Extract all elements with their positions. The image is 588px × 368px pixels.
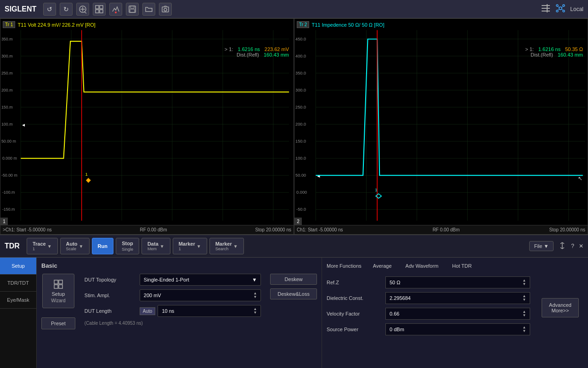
save-button[interactable] [126,3,139,16]
auto-scale-label: Auto [66,241,78,247]
stim-ampl-value[interactable]: 200 mV ▲ ▼ [140,289,261,301]
svg-line-3 [85,12,86,13]
stop-single-button[interactable]: Stop Single [116,238,139,254]
stop-single-sub: Single [122,247,133,252]
sort-icon[interactable] [558,242,566,251]
svg-rect-101 [59,285,62,288]
tab-tdr-tdt[interactable]: TDR/TDT [0,275,36,292]
dielectric-row: Dielectric Const. 2.295684 ▲ ▼ [327,292,530,304]
stim-ampl-text: 200 mV [144,293,161,298]
deskew-loss-button[interactable]: Deskew&Loss [270,288,317,299]
average-tab[interactable]: Average [371,262,394,270]
undo-button[interactable]: ↺ [43,3,56,16]
svg-text:1: 1 [85,172,88,177]
adv-waveform-tab[interactable]: Adv Waveform [403,262,441,270]
chart1-marker-value: 223.62 mV [265,46,289,52]
marker-search-label: Marker [215,241,232,247]
svg-text:0.000: 0.000 [296,190,307,195]
source-power-text: 0 dBm [390,327,404,332]
dielectric-label: Dielectric Const. [327,295,382,301]
tdr-title: TDR [5,242,20,250]
dielectric-value[interactable]: 2.295684 ▲ ▼ [385,292,530,304]
setup-wizard-button[interactable]: Setup Wizard [42,274,74,308]
dut-topology-value[interactable]: Single-Ended 1-Port ▼ [140,274,261,286]
marker-search-button[interactable]: Marker Search ▼ [209,238,244,254]
chart2-footer-right: Stop 20.00000 ns [549,227,585,232]
svg-text:-150.m: -150.m [2,207,15,212]
screenshot-button[interactable] [159,3,172,16]
svg-text:200.0: 200.0 [295,122,306,126]
help-button[interactable]: ? [571,243,574,249]
settings-panel: Setup TDR/TDT Eye/Mask Basic Setup Wizar… [0,258,588,368]
add-trace-button[interactable] [76,3,89,16]
grid-layout-icon[interactable] [541,3,551,15]
chart2-dist-value: 160.43 mm [558,52,583,58]
tdr-right-icons: File ▼ ? ✕ [529,241,583,251]
velocity-label: Velocity Factor [327,311,382,316]
svg-text:50.00 m: 50.00 m [1,139,16,144]
advanced-more-button[interactable]: Advanced More>> [542,298,579,317]
svg-text:200.m: 200.m [1,88,13,92]
dielectric-arrows[interactable]: ▲ ▼ [522,294,526,302]
svg-text:1: 1 [375,188,378,193]
deskew-button[interactable]: Deskew [270,274,317,285]
marker1-button[interactable]: Marker 1 ▼ [173,238,207,254]
marker1-sub: 1 [179,247,195,251]
chart1-marker-label: > 1: [225,46,233,52]
stim-ampl-arrows[interactable]: ▲ ▼ [253,292,257,299]
auto-scale-dropdown-arrow: ▼ [79,244,84,249]
svg-text:100.0: 100.0 [295,156,306,161]
velocity-arrows[interactable]: ▲ ▼ [522,310,526,317]
right-field-col: Ref.Z 50 Ω ▲ ▼ Dielectric Const. 2.29568… [327,276,530,339]
svg-rect-6 [96,10,99,13]
trace-dropdown-arrow: ▼ [47,244,52,249]
ref-z-value[interactable]: 50 Ω ▲ ▼ [385,276,530,288]
svg-rect-7 [100,10,103,13]
svg-text:◄: ◄ [316,173,321,178]
data-mem-button[interactable]: Data Mem ▼ [141,238,170,254]
chart1-marker-info: > 1: 1.6216 ns 223.62 mV Dist.(Refl) 160… [225,46,289,58]
ref-z-arrows[interactable]: ▲ ▼ [522,279,526,286]
layout-button[interactable] [93,3,106,16]
tab-setup[interactable]: Setup [0,258,36,275]
svg-marker-58 [86,178,90,183]
auto-scale-button[interactable]: Auto Scale ▼ [60,238,90,254]
wizard-label: Setup [52,291,65,297]
chart2-footer: Ch1: Start -5.00000 ns RF 0.00 dBm Stop … [294,225,588,234]
svg-text:300.m: 300.m [1,54,13,58]
toolbar-icons: ↺ ↻ [43,3,541,16]
run-button[interactable]: Run [92,238,113,254]
dut-length-value[interactable]: 10 ns ▲ ▼ [158,305,261,317]
chart2[interactable]: Tr 2 T11 Impedence 50 Ω/ 50 Ω [RO] > 1: … [294,18,588,235]
dut-length-arrows[interactable]: ▲ ▼ [253,307,257,315]
svg-text:-100.m: -100.m [2,190,15,195]
svg-rect-99 [59,280,62,284]
hot-tdr-tab[interactable]: Hot TDR [450,262,474,270]
svg-point-8 [115,12,117,13]
chart2-marker-value: 50.35 Ω [565,46,583,52]
signal-button[interactable] [109,3,122,16]
brand-logo: SIGLENT [5,5,36,13]
svg-text:450.0: 450.0 [295,37,306,41]
dut-length-label: DUT Length [85,308,135,314]
velocity-value[interactable]: 0.66 ▲ ▼ [385,308,530,320]
chart1[interactable]: Tr 1 T11 Volt 224.9 mV/ 226.2 mV [RO] > … [0,18,294,235]
svg-text:-50.0: -50.0 [296,207,306,212]
source-power-value[interactable]: 0 dBm ▲ ▼ [385,323,530,335]
file-button[interactable]: File ▼ [529,241,554,251]
svg-text:150.m: 150.m [1,105,13,109]
tab-eye-mask[interactable]: Eye/Mask [0,292,36,309]
svg-rect-5 [100,6,103,9]
preset-button[interactable]: Preset [41,317,75,329]
svg-line-25 [562,6,563,7]
ref-z-label: Ref.Z [327,280,382,285]
close-button[interactable]: ✕ [579,243,583,249]
folder-button[interactable] [142,3,155,16]
redo-button[interactable]: ↻ [60,3,73,16]
chart2-number-badge: 2 [294,218,302,225]
trace-button[interactable]: Trace 1 ▼ [27,238,58,254]
tdr-panel: TDR Trace 1 ▼ Auto Scale ▼ Run Stop Sing… [0,235,588,258]
dut-length-row: DUT Length Auto 10 ns ▲ ▼ [85,305,261,317]
source-power-arrows[interactable]: ▲ ▼ [522,326,526,333]
dut-topology-text: Single-Ended 1-Port [144,277,189,282]
